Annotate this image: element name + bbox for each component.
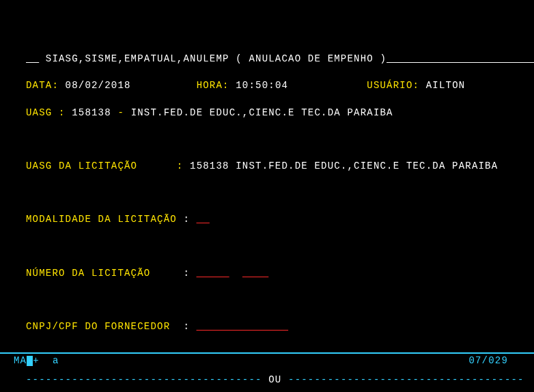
cnpj-label: CNPJ/CPF DO FORNECEDOR	[26, 321, 183, 332]
breadcrumb: SIASG,SISME,EMPATUAL,ANULEMP ( ANULACAO …	[39, 53, 387, 64]
numero-colon: :	[183, 268, 190, 279]
cnpj-field[interactable]: ______________	[197, 321, 288, 332]
numero-label: NÚMERO DA LICITAÇÃO	[26, 268, 183, 279]
status-prefix: MA	[14, 355, 27, 366]
status-bar: MA+ a 07/029	[0, 352, 534, 366]
uasg-code: 158138	[66, 107, 118, 118]
data-value: 08/02/2018	[59, 80, 197, 91]
hora-value: 10:50:04	[229, 80, 367, 91]
status-suffix: + a	[33, 355, 59, 366]
blank-row	[26, 240, 508, 254]
uasg-row: UASG : 158138 - INST.FED.DE EDUC.,CIENC.…	[26, 107, 508, 120]
divider-right: ------------------------------------	[281, 374, 524, 385]
hora-label: HORA:	[197, 80, 229, 91]
modalidade-label: MODALIDADE DA LICITAÇÃO	[26, 214, 183, 225]
status-left: MA+ a	[14, 354, 59, 368]
numero-field-1[interactable]: _____	[197, 268, 229, 279]
blank-row	[26, 186, 508, 200]
uasg-licitacao-label: UASG DA LICITAÇÃO	[26, 160, 177, 171]
header-lead: __	[26, 53, 39, 64]
cursor-icon	[27, 356, 33, 366]
modalidade-row: MODALIDADE DA LICITAÇÃO : __	[26, 213, 508, 227]
blank-row	[26, 294, 508, 307]
uasg-licitacao-row: UASG DA LICITAÇÃO : 158138 INST.FED.DE E…	[26, 160, 508, 173]
modalidade-field[interactable]: __	[197, 214, 210, 225]
divider-row: ------------------------------------ OU …	[26, 374, 508, 387]
header-trail: ________________________	[387, 53, 534, 64]
numero-gap	[229, 268, 242, 279]
data-label: DATA:	[26, 80, 59, 91]
numero-field-2[interactable]: ____	[242, 268, 268, 279]
terminal-screen: __ SIASG,SISME,EMPATUAL,ANULEMP ( ANULAC…	[0, 0, 534, 392]
modalidade-colon: :	[183, 214, 190, 225]
usuario-value: AILTON	[419, 80, 465, 91]
uasg-licitacao-colon: :	[177, 160, 184, 171]
divider-left: ------------------------------------	[26, 374, 268, 385]
meta-row: DATA: 08/02/2018 HORA: 10:50:04 USUÁRIO:…	[26, 79, 508, 93]
cursor-position: 07/029	[468, 354, 508, 368]
header-row: __ SIASG,SISME,EMPATUAL,ANULEMP ( ANULAC…	[26, 53, 508, 66]
uasg-licitacao-value: 158138 INST.FED.DE EDUC.,CIENC.E TEC.DA …	[183, 160, 498, 171]
uasg-dash: -	[117, 107, 124, 118]
cnpj-row: CNPJ/CPF DO FORNECEDOR : ______________	[26, 320, 508, 334]
usuario-label: USUÁRIO:	[367, 80, 419, 91]
divider-ou: OU	[268, 374, 281, 385]
uasg-label: UASG :	[26, 107, 66, 118]
blank-row	[26, 133, 508, 147]
numero-row: NÚMERO DA LICITAÇÃO : _____ ____	[26, 267, 508, 281]
cnpj-colon: :	[183, 321, 190, 332]
uasg-desc: INST.FED.DE EDUC.,CIENC.E TEC.DA PARAIBA	[124, 107, 393, 118]
